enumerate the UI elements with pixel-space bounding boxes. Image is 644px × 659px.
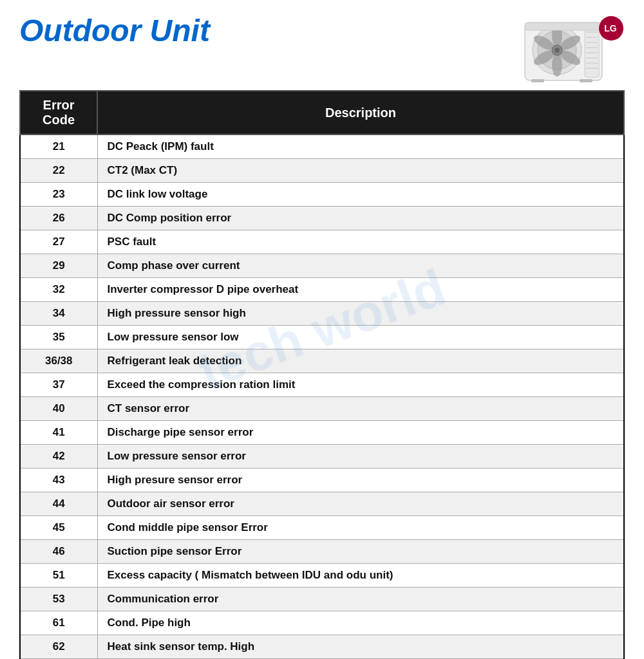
error-code-cell: 29: [20, 254, 97, 278]
error-desc-cell: CT2 (Max CT): [97, 159, 624, 183]
error-desc-cell: High presure sensor error: [97, 469, 624, 492]
error-desc-cell: Refrigerant leak detection: [97, 349, 624, 373]
error-table: Error Code Description 21DC Peack (IPM) …: [19, 90, 625, 659]
error-desc-cell: Excess capacity ( Mismatch between IDU a…: [97, 564, 624, 588]
table-row: 46Suction pipe sensor Error: [20, 540, 624, 564]
error-code-cell: 21: [20, 135, 97, 159]
error-code-cell: 27: [20, 230, 97, 254]
error-desc-cell: Cond middle pipe sensor Error: [97, 516, 624, 540]
page-title: Outdoor Unit: [19, 13, 210, 48]
error-code-cell: 42: [20, 445, 97, 469]
table-row: 21DC Peack (IPM) fault: [20, 135, 624, 159]
error-code-cell: 41: [20, 421, 97, 445]
error-desc-cell: DC link low voltage: [97, 183, 624, 207]
svg-rect-11: [585, 26, 599, 77]
error-code-cell: 62: [20, 635, 97, 659]
error-desc-cell: CT sensor error: [97, 397, 624, 421]
svg-rect-22: [580, 79, 592, 82]
error-desc-cell: High pressure sensor high: [97, 302, 624, 326]
error-desc-cell: DC Peack (IPM) fault: [97, 135, 624, 159]
table-row: 27PSC fault: [20, 230, 624, 254]
table-row: 29Comp phase over current: [20, 254, 624, 278]
error-desc-cell: Exceed the compression ration limit: [97, 373, 624, 397]
logo-container: LG: [522, 13, 625, 84]
table-row: 42Low pressure sensor error: [20, 445, 624, 469]
table-row: 32Inverter compressor D pipe overheat: [20, 278, 624, 302]
error-desc-cell: Suction pipe sensor Error: [97, 540, 624, 564]
error-desc-cell: Low pressure sensor error: [97, 445, 624, 469]
svg-point-10: [554, 48, 560, 53]
error-desc-cell: Cond. Pipe high: [97, 611, 624, 635]
table-header-row: Error Code Description: [20, 91, 624, 135]
error-desc-cell: Inverter compressor D pipe overheat: [97, 278, 624, 302]
table-row: 35Low pressure sensor low: [20, 326, 624, 349]
table-row: 36/38Refrigerant leak detection: [20, 349, 624, 373]
error-code-cell: 26: [20, 207, 97, 230]
error-desc-cell: Low pressure sensor low: [97, 326, 624, 349]
table-row: 23DC link low voltage: [20, 183, 624, 207]
table-row: 40CT sensor error: [20, 397, 624, 421]
table-row: 26DC Comp position error: [20, 207, 624, 230]
error-code-cell: 22: [20, 159, 97, 183]
error-code-cell: 40: [20, 397, 97, 421]
error-desc-cell: Communication error: [97, 588, 624, 611]
error-code-cell: 23: [20, 183, 97, 207]
error-code-cell: 45: [20, 516, 97, 540]
col-header-desc: Description: [97, 91, 624, 135]
ac-unit-image: LG: [522, 13, 625, 84]
error-code-cell: 61: [20, 611, 97, 635]
table-row: 45Cond middle pipe sensor Error: [20, 516, 624, 540]
table-row: 22CT2 (Max CT): [20, 159, 624, 183]
error-code-cell: 46: [20, 540, 97, 564]
error-desc-cell: PSC fault: [97, 230, 624, 254]
table-row: 61Cond. Pipe high: [20, 611, 624, 635]
table-row: 44Outdoor air sensor error: [20, 492, 624, 516]
error-desc-cell: DC Comp position error: [97, 207, 624, 230]
error-desc-cell: Discharge pipe sensor error: [97, 421, 624, 445]
table-row: 34High pressure sensor high: [20, 302, 624, 326]
table-row: 41Discharge pipe sensor error: [20, 421, 624, 445]
table-row: 53Communication error: [20, 588, 624, 611]
svg-text:LG: LG: [604, 23, 617, 33]
error-code-cell: 44: [20, 492, 97, 516]
svg-rect-20: [525, 23, 602, 30]
error-code-cell: 32: [20, 278, 97, 302]
error-code-cell: 43: [20, 469, 97, 492]
error-code-cell: 51: [20, 564, 97, 588]
col-header-code: Error Code: [20, 91, 97, 135]
table-row: 43High presure sensor error: [20, 469, 624, 492]
error-desc-cell: Outdoor air sensor error: [97, 492, 624, 516]
error-code-cell: 34: [20, 302, 97, 326]
error-code-cell: 35: [20, 326, 97, 349]
table-row: 51Excess capacity ( Mismatch between IDU…: [20, 564, 624, 588]
error-code-cell: 36/38: [20, 349, 97, 373]
svg-point-6: [552, 53, 562, 77]
error-desc-cell: Heat sink sensor temp. High: [97, 635, 624, 659]
error-desc-cell: Comp phase over current: [97, 254, 624, 278]
error-code-cell: 53: [20, 588, 97, 611]
table-row: 62Heat sink sensor temp. High: [20, 635, 624, 659]
svg-rect-21: [531, 79, 544, 82]
table-row: 37Exceed the compression ration limit: [20, 373, 624, 397]
error-code-cell: 37: [20, 373, 97, 397]
header-section: Outdoor Unit: [19, 13, 625, 84]
